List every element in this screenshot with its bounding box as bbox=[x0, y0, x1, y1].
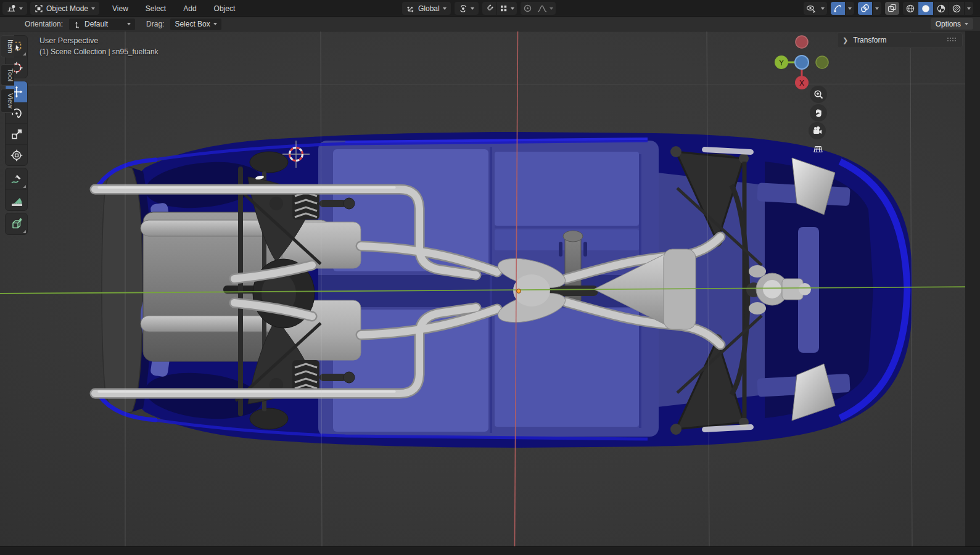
mode-dropdown[interactable]: Object Mode bbox=[30, 2, 99, 15]
menu-view[interactable]: View bbox=[110, 4, 131, 13]
editor-type-button[interactable] bbox=[2, 2, 27, 15]
3d-viewport-editor-icon bbox=[7, 4, 16, 13]
snap-magnet-toggle[interactable] bbox=[482, 2, 496, 15]
orientation-label: Orientation: bbox=[25, 20, 63, 28]
proportional-editing-toggle[interactable] bbox=[521, 2, 535, 15]
panel-drag-grip-icon[interactable] bbox=[947, 38, 957, 43]
svg-text:Y: Y bbox=[779, 59, 784, 67]
tool-settings-bar: Orientation: Default Drag: Select Box Op… bbox=[0, 17, 980, 31]
object-types-visibility-eye-icon bbox=[804, 2, 818, 15]
shading-mode-group bbox=[903, 2, 973, 15]
xray-icon bbox=[885, 2, 899, 15]
snap-target-dropdown[interactable] bbox=[496, 2, 517, 15]
svg-text:X: X bbox=[799, 79, 804, 88]
scale-tool[interactable] bbox=[6, 123, 27, 144]
gizmo-axis-neg-y bbox=[816, 56, 828, 68]
snap-group bbox=[482, 2, 517, 15]
view-navigation-gizmo[interactable]: Y X bbox=[773, 34, 830, 91]
wireframe-shading-button[interactable] bbox=[903, 2, 918, 15]
orientation-dropdown[interactable]: Default bbox=[69, 18, 135, 30]
material-preview-shading-button[interactable] bbox=[933, 2, 949, 15]
transform-panel-title: Transform bbox=[853, 36, 886, 44]
drag-label: Drag: bbox=[146, 20, 164, 28]
zoom-icon[interactable] bbox=[810, 86, 827, 103]
gizmos-toggle-group bbox=[831, 2, 854, 15]
falloff-dropdown[interactable] bbox=[535, 2, 556, 15]
transform-orientation-icon bbox=[406, 4, 415, 13]
3d-viewport[interactable]: User Perspective (1) Scene Collection | … bbox=[0, 31, 980, 546]
mode-label: Object Mode bbox=[46, 4, 88, 13]
view-perspective-label: User Perspective bbox=[39, 36, 98, 45]
gizmo-axis-neg-x bbox=[796, 36, 808, 48]
camera-view-icon[interactable] bbox=[809, 122, 826, 139]
menu-object[interactable]: Object bbox=[212, 4, 238, 13]
object-types-visibility-dropdown[interactable] bbox=[804, 2, 827, 15]
transform-orientation-dropdown[interactable]: Global bbox=[402, 2, 451, 15]
pivot-point-dropdown[interactable] bbox=[455, 2, 479, 15]
options-dropdown[interactable]: Options bbox=[931, 18, 973, 30]
menu-add[interactable]: Add bbox=[181, 4, 199, 13]
overlays-toggle-group bbox=[858, 2, 881, 15]
orientation-global-label: Global bbox=[418, 4, 440, 13]
shading-dropdown[interactable] bbox=[964, 2, 973, 15]
overlays-dropdown[interactable] bbox=[872, 2, 881, 15]
gizmos-toggle[interactable] bbox=[831, 2, 845, 15]
menu-select[interactable]: Select bbox=[143, 4, 168, 13]
3d-cursor bbox=[282, 141, 310, 168]
car-model-scene bbox=[0, 31, 980, 546]
measure-tool[interactable] bbox=[6, 189, 27, 210]
orientation-value: Default bbox=[84, 20, 108, 28]
toolbar-group-annotate bbox=[5, 168, 28, 211]
object-mode-icon bbox=[35, 4, 43, 13]
pan-hand-icon[interactable] bbox=[810, 104, 827, 121]
solid-shading-button[interactable] bbox=[918, 2, 933, 15]
orientation-default-icon bbox=[73, 20, 81, 28]
gizmos-dropdown[interactable] bbox=[845, 2, 854, 15]
sidebar-tab-view[interactable]: View bbox=[1, 89, 14, 113]
annotate-tool[interactable] bbox=[6, 168, 27, 189]
transform-panel-header[interactable]: ❯ Transform bbox=[837, 32, 963, 48]
add-cube-tool[interactable] bbox=[6, 213, 27, 234]
sidebar-tab-tool[interactable]: Tool bbox=[1, 64, 14, 86]
sidebar-tab-item[interactable]: Item bbox=[1, 35, 14, 57]
toolbar-group-add bbox=[5, 213, 28, 235]
top-header-bar: Object Mode View Select Add Object Globa… bbox=[0, 0, 980, 17]
rendered-shading-button[interactable] bbox=[949, 2, 964, 15]
proportional-group bbox=[521, 2, 556, 15]
options-label: Options bbox=[936, 20, 961, 28]
drag-dropdown[interactable]: Select Box bbox=[170, 18, 221, 30]
gizmo-axis-z bbox=[795, 56, 809, 69]
panel-expand-chevron-icon: ❯ bbox=[842, 36, 848, 44]
sidebar-tab-well bbox=[965, 31, 980, 546]
status-bar bbox=[0, 546, 980, 555]
overlays-toggle[interactable] bbox=[858, 2, 872, 15]
pivot-point-icon bbox=[459, 4, 467, 13]
toggle-projection-grid-icon[interactable] bbox=[809, 141, 826, 158]
drag-value: Select Box bbox=[175, 20, 210, 28]
active-object-breadcrumb: (1) Scene Collection | sn95_fueltank bbox=[39, 47, 159, 56]
transform-tool[interactable] bbox=[6, 144, 27, 165]
xray-toggle[interactable] bbox=[885, 2, 899, 15]
